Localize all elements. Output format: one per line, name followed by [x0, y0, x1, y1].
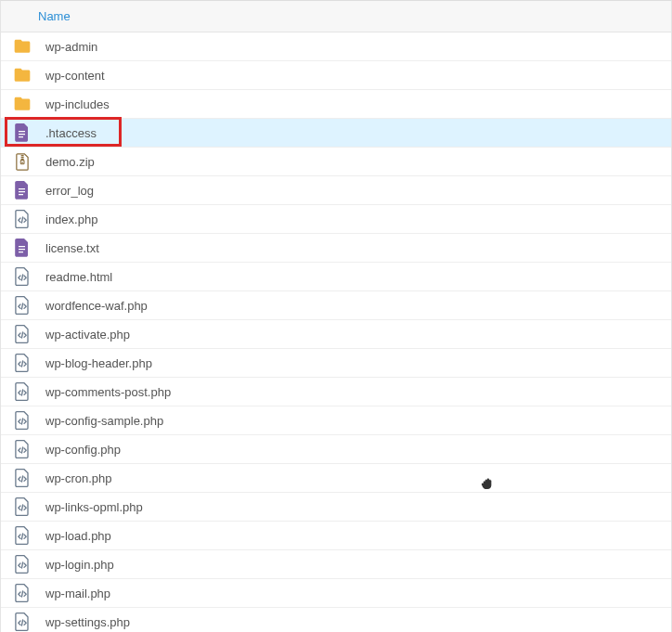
svg-rect-1 — [20, 156, 23, 157]
file-row[interactable]: wp-blog-header.php — [1, 349, 671, 378]
file-row[interactable]: wp-content — [1, 61, 671, 90]
code-file-icon — [10, 584, 34, 602]
file-name-label: wp-config-sample.php — [45, 414, 163, 428]
folder-icon — [10, 67, 34, 84]
file-name-label: demo.zip — [45, 155, 95, 169]
file-row[interactable]: wp-settings.php — [1, 608, 671, 632]
archive-icon — [10, 153, 34, 171]
file-name-label: wp-comments-post.php — [45, 385, 171, 399]
column-header-row: Name — [1, 1, 671, 32]
code-file-icon — [10, 469, 34, 487]
file-name-label: wp-blog-header.php — [45, 356, 152, 370]
code-file-icon — [10, 613, 34, 631]
code-file-icon — [10, 210, 34, 228]
folder-icon — [10, 38, 34, 55]
svg-rect-0 — [20, 155, 23, 156]
file-name-label: wp-links-opml.php — [45, 500, 143, 514]
file-row[interactable]: license.txt — [1, 234, 671, 263]
file-row[interactable]: wordfence-waf.php — [1, 291, 671, 320]
file-row[interactable]: wp-config-sample.php — [1, 406, 671, 435]
file-name-label: wordfence-waf.php — [45, 299, 148, 313]
file-name-label: license.txt — [45, 241, 99, 255]
file-row[interactable]: index.php — [1, 205, 671, 234]
file-row[interactable]: .htaccess — [1, 119, 671, 148]
file-row[interactable]: wp-activate.php — [1, 320, 671, 349]
text-file-icon — [10, 181, 34, 200]
file-name-label: wp-includes — [45, 97, 110, 111]
file-row[interactable]: wp-links-opml.php — [1, 493, 671, 522]
code-file-icon — [10, 526, 34, 545]
text-file-icon — [10, 123, 34, 142]
svg-rect-2 — [20, 158, 23, 159]
code-file-icon — [10, 555, 34, 574]
code-file-icon — [10, 440, 34, 458]
code-file-icon — [10, 296, 34, 315]
code-file-icon — [10, 497, 34, 516]
file-name-label: wp-config.php — [45, 443, 121, 457]
file-name-label: wp-content — [45, 69, 105, 83]
file-name-label: index.php — [45, 213, 97, 226]
code-file-icon — [10, 325, 34, 343]
svg-rect-4 — [21, 161, 23, 162]
file-name-label: readme.html — [45, 270, 112, 284]
file-row[interactable]: demo.zip — [1, 148, 671, 176]
text-file-icon — [10, 239, 34, 257]
code-file-icon — [10, 354, 34, 372]
file-name-label: wp-mail.php — [45, 587, 110, 600]
file-row[interactable]: wp-mail.php — [1, 579, 671, 608]
file-name-label: wp-cron.php — [45, 471, 112, 485]
file-name-label: wp-admin — [45, 40, 97, 54]
file-row[interactable]: wp-admin — [1, 32, 671, 61]
file-name-label: .htaccess — [45, 126, 97, 140]
file-name-label: error_log — [45, 184, 94, 198]
folder-icon — [10, 96, 34, 112]
code-file-icon — [10, 411, 34, 430]
file-name-label: wp-login.php — [45, 558, 114, 572]
file-list: Name wp-adminwp-contentwp-includes.htacc… — [0, 0, 672, 632]
file-row[interactable]: wp-cron.php — [1, 464, 671, 493]
file-name-label: wp-load.php — [45, 529, 111, 543]
column-header-name[interactable]: Name — [38, 9, 71, 23]
code-file-icon — [10, 382, 34, 401]
code-file-icon — [10, 267, 34, 286]
file-name-label: wp-activate.php — [45, 328, 130, 342]
file-row[interactable]: wp-comments-post.php — [1, 378, 671, 406]
file-row[interactable]: wp-login.php — [1, 550, 671, 579]
file-row[interactable]: wp-load.php — [1, 522, 671, 550]
file-row[interactable]: readme.html — [1, 263, 671, 291]
file-row[interactable]: error_log — [1, 176, 671, 205]
file-row[interactable]: wp-includes — [1, 90, 671, 119]
file-name-label: wp-settings.php — [45, 615, 130, 629]
file-row[interactable]: wp-config.php — [1, 435, 671, 464]
